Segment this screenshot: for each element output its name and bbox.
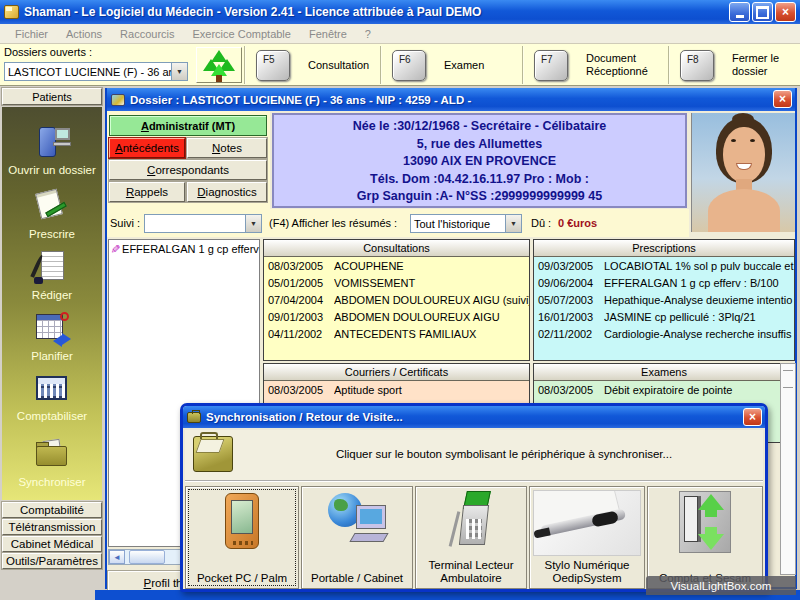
due-value: 0 €uros [558, 217, 597, 229]
dossier-titlebar: Dossier : LASTICOT LUCIENNE (F) - 36 ans… [107, 88, 795, 111]
historique-select[interactable]: Tout l'historique ▼ [410, 214, 522, 233]
sidebar-item-prescrire[interactable]: Prescrire [2, 189, 102, 240]
suivi-row: Suivi : ▼ (F4) Afficher les résumés : To… [107, 209, 689, 237]
compta-sesam-button[interactable]: Compta et Sesam [647, 486, 763, 589]
resume-label: (F4) Afficher les résumés : [269, 217, 397, 229]
menubar: Fichier Actions Raccourcis Exercice Comp… [0, 24, 800, 44]
sidebar-button-teletransmission[interactable]: Télétransmission [2, 519, 102, 535]
sidebar-item-rediger[interactable]: Rédiger [2, 250, 102, 301]
vertical-scrollbar[interactable] [780, 363, 796, 575]
table-row[interactable]: 07/04/2004ABDOMEN DOULOUREUX AIGU (suivi… [264, 291, 529, 308]
pocket-pc-palm-button[interactable]: Pocket PC / Palm [185, 486, 299, 589]
f7-document-button[interactable]: F7 Document Réceptionné [534, 44, 664, 86]
f8-fermer-button[interactable]: F8 Fermer le dossier [680, 44, 794, 86]
menu-help[interactable]: ? [356, 24, 380, 44]
portable-cabinet-button[interactable]: Portable / Cabinet [301, 486, 413, 589]
tree-button[interactable] [196, 47, 242, 83]
prescription-icon [33, 189, 71, 225]
menu-actions[interactable]: Actions [57, 24, 111, 44]
table-row[interactable]: 05/07/2003Hepathique-Analyse deuxieme in… [534, 291, 794, 308]
pda-icon [186, 491, 298, 557]
suivi-label: Suivi : [110, 217, 140, 229]
quill-page-icon [33, 250, 71, 286]
minimize-icon[interactable] [729, 2, 750, 22]
scrollbar-thumb[interactable] [129, 550, 165, 564]
table-row[interactable]: 16/01/2003JASMINE cp pelliculé : 3Plq/21 [534, 308, 794, 325]
sidebar-item-synchroniser[interactable]: Synchroniser [2, 437, 102, 488]
menu-fichier[interactable]: Fichier [6, 24, 57, 44]
sync-dialog-titlebar: Synchronisation / Retour de Visite... [183, 406, 765, 428]
sidebar-button-comptabilite[interactable]: Comptabilité [2, 502, 102, 518]
watermark: VisualLightBox.com [646, 576, 796, 595]
open-dossier-select[interactable]: LASTICOT LUCIENNE (F) - 36 ans - ▼ [4, 62, 188, 81]
terminal-lecteur-button[interactable]: Terminal Lecteur Ambulatoire [415, 486, 527, 589]
dossier-title: Dossier : LASTICOT LUCIENNE (F) - 36 ans… [130, 94, 471, 106]
sidebar-button-outils-parametres[interactable]: Outils/Paramètres [2, 553, 102, 569]
examens-header[interactable]: Examens [534, 364, 794, 381]
briefcase-icon [193, 436, 233, 472]
briefcase-icon [187, 412, 201, 423]
sidebar-item-planifier[interactable]: Planifier [2, 311, 102, 362]
prescriptions-panel: Prescriptions 09/03/2005LOCABIOTAL 1% so… [533, 239, 795, 361]
list-item[interactable]: ✎ EFFERALGAN 1 g cp efferv : [109, 240, 259, 258]
tab-administratif[interactable]: Administratif (MT) [109, 115, 267, 136]
chevron-down-icon[interactable]: ▼ [171, 63, 187, 80]
sync-dialog-title: Synchronisation / Retour de Visite... [206, 411, 403, 423]
open-dossiers-label: Dossiers ouverts : [4, 46, 92, 58]
restore-icon[interactable] [752, 2, 773, 22]
due-label: Dû : [531, 217, 551, 229]
f5-consultation-button[interactable]: F5 Consultation [256, 44, 369, 86]
chevron-down-icon[interactable]: ▼ [245, 215, 261, 232]
app-titlebar: Shaman - Le Logiciel du Médecin - Versio… [0, 0, 800, 24]
tab-antecedents[interactable]: Antécédents [109, 138, 185, 158]
patient-photo [691, 113, 795, 232]
tab-notes[interactable]: Notes [187, 138, 267, 158]
menu-exercice-comptable[interactable]: Exercice Comptable [184, 24, 300, 44]
table-row[interactable]: 09/06/2004EFFERALGAN 1 g cp efferv : B/1… [534, 274, 794, 291]
sidebar: Patients Ouvrir un dossier Prescrire Réd… [0, 86, 105, 600]
table-row[interactable]: 04/11/2002ANTECEDENTS FAMILIAUX [264, 325, 529, 342]
prescriptions-header[interactable]: Prescriptions [534, 240, 794, 257]
patient-info-box: Née le :30/12/1968 - Secrétaire - Céliba… [272, 113, 687, 208]
suivi-select[interactable]: ▼ [144, 214, 262, 233]
tab-diagnostics[interactable]: Diagnostics [187, 182, 267, 202]
sidebar-header-patients[interactable]: Patients [2, 88, 102, 105]
table-row[interactable]: 09/03/2005LOCABIOTAL 1% sol p pulv bucca… [534, 257, 794, 274]
open-dossier-icon [33, 125, 71, 161]
sidebar-item-ouvrir-dossier[interactable]: Ouvrir un dossier [2, 125, 102, 176]
dossier-close-icon[interactable]: × [773, 90, 792, 108]
sync-dialog-close-icon[interactable]: × [743, 408, 762, 426]
digital-pen-icon [533, 490, 641, 556]
tab-rappels[interactable]: Rappels [109, 182, 185, 202]
stylo-numerique-button[interactable]: Stylo Numérique OedipSystem [529, 486, 645, 589]
calculator-icon [33, 371, 71, 407]
close-icon[interactable]: × [775, 2, 796, 22]
scroll-left-icon[interactable]: ◄ [109, 550, 125, 564]
sync-folder-icon [33, 437, 71, 473]
table-row[interactable]: 08/03/2005Débit expiratoire de pointe [534, 381, 794, 398]
table-row[interactable]: 09/01/2003ABDOMEN DOULOUREUX AIGU [264, 308, 529, 325]
f6-examen-button[interactable]: F6 Examen [392, 44, 484, 86]
globe-computer-icon [302, 491, 412, 557]
consultations-header[interactable]: Consultations [264, 240, 529, 257]
table-row[interactable]: 02/11/2002Cardiologie-Analyse recherche … [534, 325, 794, 342]
sync-dialog-message-area: Cliquer sur le bouton symbolisant le pér… [185, 430, 763, 482]
application-window: Shaman - Le Logiciel du Médecin - Versio… [0, 0, 800, 600]
chevron-down-icon[interactable]: ▼ [505, 215, 521, 232]
f7-keycap-icon: F7 [534, 50, 568, 81]
table-row[interactable]: 08/03/2005ACOUPHENE [264, 257, 529, 274]
card-terminal-icon [416, 491, 526, 549]
sync-dialog-message: Cliquer sur le bouton symbolisant le pér… [255, 448, 753, 460]
table-row[interactable]: 08/03/2005Aptitude sport [264, 381, 529, 398]
menu-fenetre[interactable]: Fenêtre [300, 24, 356, 44]
sync-arrows-icon [648, 491, 762, 557]
app-title: Shaman - Le Logiciel du Médecin - Versio… [24, 5, 481, 19]
tab-correspondants[interactable]: Correspondants [109, 160, 267, 180]
sidebar-panel: Ouvrir un dossier Prescrire Rédiger Plan… [2, 107, 102, 500]
sidebar-item-comptabiliser[interactable]: Comptabiliser [2, 371, 102, 422]
menu-raccourcis[interactable]: Raccourcis [111, 24, 183, 44]
sidebar-button-cabinet-medical[interactable]: Cabinet Médical [2, 536, 102, 552]
table-row[interactable]: 05/01/2005VOMISSEMENT [264, 274, 529, 291]
app-icon [4, 5, 19, 19]
courriers-header[interactable]: Courriers / Certificats [264, 364, 529, 381]
